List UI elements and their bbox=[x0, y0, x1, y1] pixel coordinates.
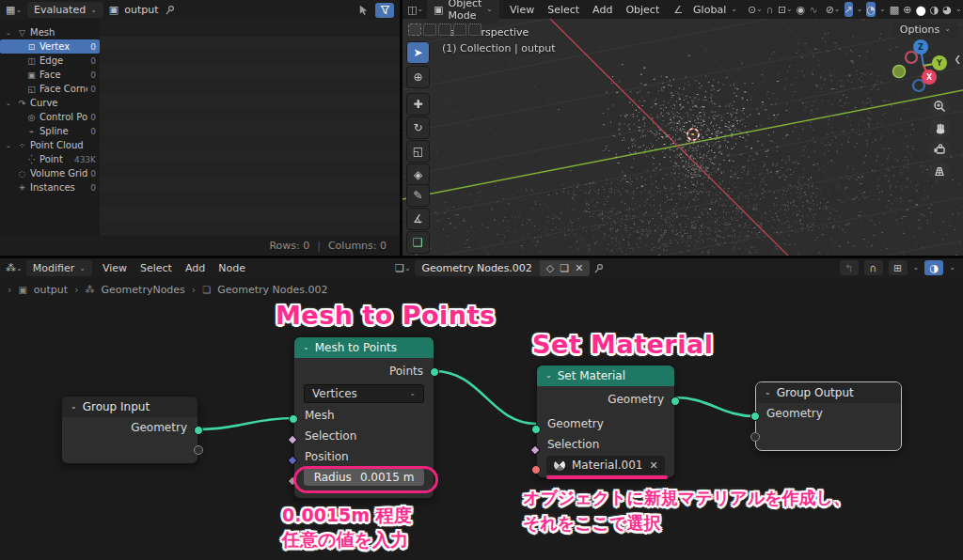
menu-add[interactable]: Add bbox=[179, 262, 212, 274]
socket-extend-output[interactable] bbox=[194, 445, 203, 455]
socket-geometry-output[interactable] bbox=[671, 397, 680, 406]
axis-minus-y-ball[interactable] bbox=[893, 66, 906, 78]
menu-node[interactable]: Node bbox=[212, 262, 252, 274]
select-box-tool[interactable]: ➤ bbox=[406, 41, 430, 64]
node-group-input[interactable]: ⌄ Group Input Geometry bbox=[61, 396, 198, 464]
expand-chevron-icon[interactable]: ⌄ bbox=[6, 142, 14, 149]
node-editor-type-icon[interactable]: ⁂⌄ bbox=[6, 262, 23, 274]
shading-rendered-icon[interactable]: ◕ bbox=[942, 4, 952, 16]
socket-mesh-input[interactable] bbox=[289, 414, 298, 424]
material-select-field[interactable]: Material.001 ✕ bbox=[546, 456, 665, 474]
socket-radius-input[interactable] bbox=[287, 475, 297, 486]
snap-target-icon[interactable]: ⊡⌄ bbox=[778, 4, 793, 16]
options-button[interactable]: Options ⌄ bbox=[893, 22, 957, 38]
viewport-editor-type-icon[interactable]: ◫⌄ bbox=[407, 4, 423, 16]
filter-funnel-icon[interactable] bbox=[375, 3, 394, 18]
menu-select[interactable]: Select bbox=[134, 262, 179, 274]
add-cube-tool[interactable]: ❑ bbox=[406, 231, 430, 254]
pivot-point-icon[interactable]: ⊙⌄ bbox=[748, 4, 763, 16]
breadcrumb-node-tree[interactable]: Geometry Nodes.002 bbox=[217, 284, 327, 296]
copies-count-icon[interactable]: ❏ bbox=[560, 262, 569, 274]
expand-chevron-icon[interactable]: ⌄ bbox=[6, 100, 14, 107]
move-tool[interactable]: ✚ bbox=[406, 93, 430, 116]
breadcrumb-object[interactable]: output bbox=[34, 284, 68, 296]
tree-item-edge[interactable]: ◫Edge0 bbox=[0, 54, 100, 68]
select-mode-invert-icon[interactable] bbox=[453, 23, 466, 36]
menu-add[interactable]: Add bbox=[586, 4, 619, 16]
tree-item-instances[interactable]: ✳Instances0 bbox=[0, 180, 100, 194]
node-snap-icon[interactable]: ∩ bbox=[864, 260, 883, 275]
mode-dropdown[interactable]: ▣ Object Mode ⌄ bbox=[427, 0, 499, 23]
node-group-output[interactable]: ⌄ Group Output Geometry bbox=[755, 381, 902, 451]
shading-solid-icon[interactable]: ● bbox=[915, 3, 925, 17]
snap-magnet-icon[interactable]: ∩ bbox=[766, 4, 774, 16]
unlink-x-icon[interactable]: ✕ bbox=[575, 262, 583, 274]
select-filter-icon[interactable] bbox=[357, 4, 370, 16]
material-clear-x-icon[interactable]: ✕ bbox=[649, 459, 657, 472]
node-group-input-header[interactable]: ⌄ Group Input bbox=[62, 397, 197, 417]
orientation-dropdown[interactable]: Global ⌄ bbox=[687, 2, 744, 18]
toggle-perspective-grid-icon[interactable] bbox=[929, 161, 950, 181]
menu-select[interactable]: Select bbox=[541, 4, 586, 16]
tree-item-volume-grids[interactable]: ◌Volume Grids0 bbox=[0, 166, 100, 180]
tree-item-curve[interactable]: ⌄↷Curve bbox=[0, 96, 100, 110]
transform-tool[interactable]: ◈ bbox=[406, 163, 430, 186]
show-hide-filter-icon[interactable]: ⊘⌄ bbox=[826, 4, 841, 16]
proportional-falloff-icon[interactable]: ∿ bbox=[809, 4, 817, 16]
node-overlay-icon[interactable]: ⊞ bbox=[889, 260, 908, 275]
socket-geometry-input[interactable] bbox=[531, 425, 541, 434]
camera-view-icon[interactable] bbox=[929, 139, 950, 160]
tree-item-point[interactable]: ⁛Point433K bbox=[0, 152, 100, 166]
scale-tool[interactable]: ◱ bbox=[406, 140, 430, 163]
menu-view[interactable]: View bbox=[503, 4, 541, 16]
axis-minus-x-ball[interactable] bbox=[906, 52, 917, 63]
cursor-tool[interactable]: ⊕ bbox=[406, 66, 430, 88]
breadcrumb-modifier[interactable]: GeometryNodes bbox=[102, 284, 185, 296]
node-set-material-header[interactable]: ⌄ Set Material bbox=[537, 366, 674, 386]
select-mode-set-icon[interactable] bbox=[408, 23, 421, 36]
node-group-output-header[interactable]: ⌄ Group Output bbox=[756, 382, 901, 403]
tree-item-vertex[interactable]: ⊡Vertex0 bbox=[0, 39, 100, 54]
zoom-icon[interactable] bbox=[929, 96, 950, 117]
proportional-editing-icon[interactable]: ◉ bbox=[797, 4, 806, 16]
select-mode-subtract-icon[interactable] bbox=[438, 23, 451, 36]
axis-minus-z-ball[interactable] bbox=[913, 80, 924, 91]
node-set-material[interactable]: ⌄ Set Material Geometry Geometry Selecti… bbox=[536, 365, 675, 478]
node-mode-dropdown[interactable]: Modifier ⌄ bbox=[26, 260, 92, 276]
tree-item-point-cloud[interactable]: ⌄⁘Point Cloud bbox=[0, 138, 100, 152]
radius-value-field[interactable]: Radius 0.0015 m bbox=[304, 468, 424, 486]
node-tree-icon[interactable]: ❏⌄ bbox=[395, 262, 411, 274]
socket-geometry-output[interactable] bbox=[194, 426, 203, 435]
annotate-tool[interactable]: ✎ bbox=[406, 184, 430, 207]
node-tree-name[interactable]: Geometry Nodes.002 bbox=[415, 260, 540, 276]
select-mode-intersect-icon[interactable] bbox=[468, 23, 482, 36]
gizmos-toggle-icon[interactable]: ↗ bbox=[845, 2, 853, 17]
pin-icon[interactable] bbox=[593, 263, 605, 274]
pin-icon[interactable] bbox=[165, 5, 176, 16]
socket-geometry-input[interactable] bbox=[750, 412, 760, 421]
tree-item-face-corner[interactable]: ◱Face Corner0 bbox=[0, 82, 100, 96]
socket-points-output[interactable] bbox=[430, 367, 439, 377]
navigation-gizmo[interactable]: Z Y X bbox=[888, 36, 954, 101]
spreadsheet-editor-type-icon[interactable]: ▦⌄ bbox=[6, 4, 22, 16]
overlays-toggle-icon[interactable]: ◔ bbox=[866, 2, 876, 17]
fake-user-shield-icon[interactable]: ◇ bbox=[546, 262, 554, 274]
domain-select[interactable]: Vertices ⌄ bbox=[304, 384, 424, 403]
menu-object[interactable]: Object bbox=[619, 4, 666, 16]
menu-view[interactable]: View bbox=[96, 262, 134, 274]
rotate-tool[interactable]: ↻ bbox=[406, 117, 430, 139]
select-mode-extend-icon[interactable] bbox=[423, 23, 436, 36]
datasource-dropdown[interactable]: Evaluated ⌄ bbox=[27, 2, 103, 18]
tree-item-control-point[interactable]: ◎Control Point0 bbox=[0, 110, 100, 124]
measure-tool[interactable]: ∡ bbox=[406, 208, 430, 230]
node-mesh-to-points[interactable]: ⌄ Mesh to Points Points Vertices ⌄ Mesh … bbox=[293, 336, 434, 499]
xray-toggle-icon[interactable]: ▩ bbox=[890, 4, 899, 16]
tree-item-mesh[interactable]: ⌄▽Mesh bbox=[0, 25, 100, 39]
expand-chevron-icon[interactable]: ⌄ bbox=[6, 29, 14, 37]
socket-extend-input[interactable] bbox=[750, 432, 760, 442]
pan-hand-icon[interactable] bbox=[929, 117, 950, 138]
shading-wireframe-icon[interactable]: ⊕ bbox=[903, 4, 911, 16]
go-to-parent-icon[interactable]: ↰ bbox=[840, 260, 859, 275]
tree-item-face[interactable]: ▣Face0 bbox=[0, 68, 100, 82]
node-preview-toggle-icon[interactable]: ◑ bbox=[924, 260, 943, 275]
